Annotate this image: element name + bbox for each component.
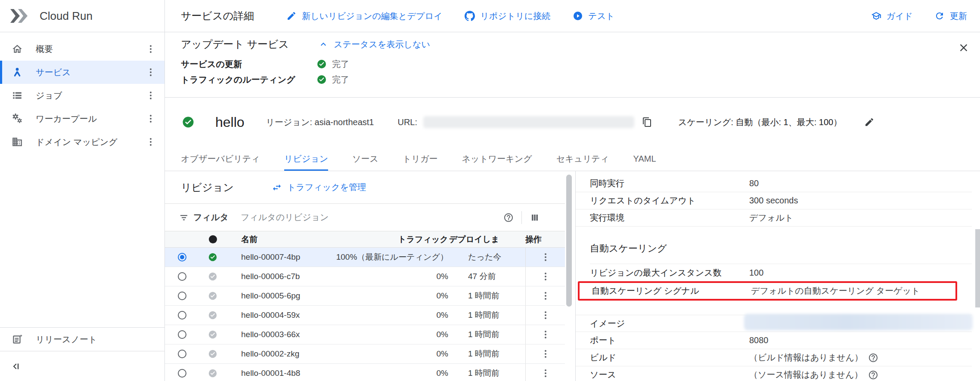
dots-glyph <box>150 141 152 143</box>
revision-status-icon <box>208 369 217 378</box>
column-options-icon[interactable] <box>530 212 540 223</box>
dots-glyph <box>545 353 546 355</box>
sidebar-footer: リリースノート <box>0 327 164 351</box>
services-icon <box>12 67 23 78</box>
actions-cell <box>525 325 565 344</box>
item-overflow-menu-button[interactable] <box>146 44 156 54</box>
detail-value-text: デフォルトの自動スケーリング ターゲット <box>751 285 920 297</box>
item-overflow-menu-button[interactable] <box>146 114 156 124</box>
service-ok-icon <box>182 116 195 129</box>
actions-cell <box>525 306 565 325</box>
dots-glyph <box>545 372 546 374</box>
sidebar-item-worker-pools[interactable]: ワーカープール <box>0 107 164 130</box>
row-menu-button[interactable] <box>540 368 551 378</box>
dots-glyph <box>545 295 546 297</box>
row-menu-button[interactable] <box>540 271 551 282</box>
sidebar-item-services[interactable]: サービス <box>0 61 164 84</box>
refresh-button[interactable]: 更新 <box>934 10 967 22</box>
revision-radio[interactable] <box>178 311 186 320</box>
tab-security[interactable]: セキュリティ <box>556 147 609 171</box>
revision-status-icon <box>208 310 217 320</box>
tab-revisions[interactable]: リビジョン <box>284 147 328 171</box>
detail-value: 100 <box>749 268 763 278</box>
detail-row: ポート8080 <box>576 332 972 349</box>
manage-traffic-button[interactable]: トラフィックを管理 <box>272 181 366 193</box>
service-url-redacted <box>423 116 634 128</box>
status-row-label: トラフィックのルーティング <box>181 74 316 86</box>
page-title: サービスの詳細 <box>181 9 254 23</box>
revision-radio[interactable] <box>178 253 186 261</box>
status-cell <box>199 349 226 359</box>
tab-triggers[interactable]: トリガー <box>403 147 437 171</box>
help-icon[interactable] <box>503 212 514 223</box>
detail-row: ビルド（ビルド情報はありません） <box>576 349 972 366</box>
item-overflow-menu-button[interactable] <box>146 67 156 77</box>
revision-radio[interactable] <box>178 350 186 358</box>
revision-deployed: たった今 <box>449 252 525 263</box>
revision-radio[interactable] <box>178 292 186 300</box>
detail-label: 自動スケーリング シグナル <box>592 285 751 297</box>
row-menu-button[interactable] <box>540 329 551 340</box>
detail-value-text: デフォルト <box>749 212 793 224</box>
revisions-panel: リビジョン トラフィックを管理 フィルタ フィルタの <box>165 171 575 381</box>
tab-observability[interactable]: オブザーバビリティ <box>181 147 260 171</box>
hide-status-toggle[interactable]: ステータスを表示しない <box>318 39 430 50</box>
table-row[interactable]: hello-00003-66x0%1 時間前 <box>165 325 565 344</box>
table-row[interactable]: hello-00005-6pg0%1 時間前 <box>165 286 565 306</box>
revision-name: hello-00002-zkg <box>226 349 389 359</box>
revision-deployed: 47 分前 <box>449 271 525 282</box>
actions-cell <box>525 248 565 267</box>
guide-button[interactable]: ガイド <box>871 10 913 22</box>
sidebar-item-label: ドメイン マッピング <box>36 136 133 148</box>
revision-radio[interactable] <box>178 369 186 378</box>
home-icon <box>12 43 23 55</box>
radio-cell <box>165 253 199 261</box>
tab-networking[interactable]: ネットワーキング <box>462 147 532 171</box>
revision-radio[interactable] <box>178 330 186 339</box>
actions-cell <box>525 286 565 305</box>
edit-scaling-icon[interactable] <box>864 117 875 127</box>
connect-repo-button[interactable]: リポジトリに接続 <box>465 10 550 22</box>
status-row: トラフィックのルーティング完了 <box>181 72 964 87</box>
detail-value-text: 8080 <box>749 335 769 345</box>
details-scrollbar-thumb[interactable] <box>975 229 980 307</box>
item-overflow-menu-button[interactable] <box>146 137 156 147</box>
revisions-scrollbar-thumb[interactable] <box>566 175 572 307</box>
filter-bar[interactable]: フィルタ フィルタのリビジョン <box>165 204 565 231</box>
row-menu-button[interactable] <box>540 310 551 320</box>
sidebar-item-release-notes[interactable]: リリースノート <box>0 327 164 351</box>
copy-url-icon[interactable] <box>642 117 652 127</box>
autoscaling-signal-row: 自動スケーリング シグナルデフォルトの自動スケーリング ターゲット <box>578 281 957 301</box>
edit-deploy-button[interactable]: 新しいリビジョンの編集とデプロイ <box>286 10 442 22</box>
table-row[interactable]: hello-00002-zkg0%1 時間前 <box>165 344 565 364</box>
tab-source[interactable]: ソース <box>352 147 378 171</box>
sidebar-item-jobs[interactable]: ジョブ <box>0 84 164 107</box>
table-row[interactable]: hello-00006-c7b0%47 分前 <box>165 267 565 286</box>
swap-arrows-icon <box>272 182 282 193</box>
table-row[interactable]: hello-00001-4b80%1 時間前 <box>165 364 565 381</box>
revision-deployed: 1 時間前 <box>449 368 525 379</box>
close-icon[interactable] <box>958 42 970 54</box>
revision-radio[interactable] <box>178 272 186 281</box>
table-row[interactable]: hello-00004-59x0%1 時間前 <box>165 306 565 325</box>
help-icon <box>868 353 878 363</box>
sidebar-item-domain-mappings[interactable]: ドメイン マッピング <box>0 130 164 154</box>
detail-row: イメージ <box>576 315 972 332</box>
column-header-deployed: デプロイしま <box>449 234 525 245</box>
detail-value-text: （ビルド情報はありません） <box>749 352 863 363</box>
sidebar-item-overview[interactable]: 概要 <box>0 37 164 61</box>
collapse-sidebar-icon[interactable] <box>10 361 22 372</box>
status-row: サービスの更新完了 <box>181 56 964 72</box>
status-cell <box>199 369 226 378</box>
row-menu-button[interactable] <box>540 252 551 262</box>
status-done-icon <box>316 74 327 85</box>
detail-row: ソース（ソース情報はありません） <box>576 366 972 381</box>
radio-cell <box>165 292 199 300</box>
row-menu-button[interactable] <box>540 291 551 301</box>
row-menu-button[interactable] <box>540 349 551 359</box>
sidebar-item-label: ジョブ <box>36 90 133 101</box>
test-button[interactable]: テスト <box>573 10 614 22</box>
tab-yaml[interactable]: YAML <box>633 147 656 171</box>
item-overflow-menu-button[interactable] <box>146 90 156 101</box>
table-row[interactable]: hello-00007-4bp100%（最新にルーティング）たった今 <box>165 248 565 267</box>
